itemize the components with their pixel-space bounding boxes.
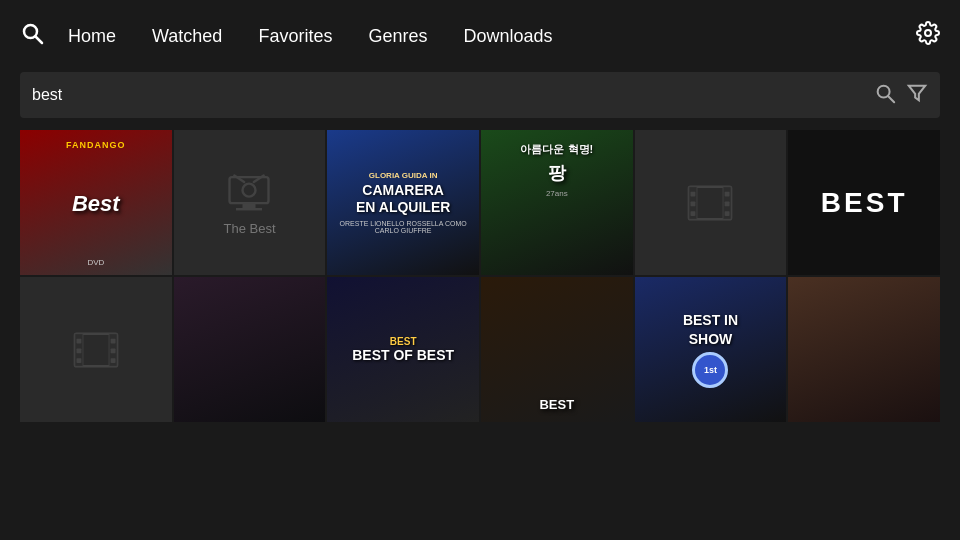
- grid-item-bestbest[interactable]: BEST BEST OF BEST: [327, 277, 479, 422]
- grid-item-film-placeholder[interactable]: [635, 130, 787, 275]
- svg-marker-5: [909, 86, 926, 101]
- grid-item-dark[interactable]: [174, 277, 326, 422]
- svg-rect-15: [691, 191, 696, 196]
- nav-genres[interactable]: Genres: [368, 26, 427, 47]
- grid-item-romance[interactable]: [788, 277, 940, 422]
- svg-rect-16: [691, 201, 696, 206]
- grid-item-fandango[interactable]: FANDANGO Best DVD: [20, 130, 172, 275]
- svg-line-4: [888, 96, 894, 102]
- navbar: Home Watched Favorites Genres Downloads: [0, 0, 960, 72]
- movie-grid: FANDANGO Best DVD The Best GLORIA GUIDA …: [20, 130, 940, 422]
- svg-rect-8: [236, 208, 262, 210]
- nav-links: Home Watched Favorites Genres Downloads: [68, 26, 916, 47]
- search-icon[interactable]: [20, 21, 44, 51]
- nav-favorites[interactable]: Favorites: [258, 26, 332, 47]
- svg-rect-25: [76, 348, 81, 353]
- svg-rect-19: [725, 201, 730, 206]
- svg-rect-18: [725, 191, 730, 196]
- svg-rect-6: [230, 177, 269, 203]
- svg-rect-17: [691, 211, 696, 216]
- grid-item-film-placeholder2[interactable]: [20, 277, 172, 422]
- svg-rect-28: [110, 348, 115, 353]
- filter-icon[interactable]: [906, 82, 928, 108]
- nav-downloads[interactable]: Downloads: [463, 26, 552, 47]
- svg-rect-7: [243, 203, 256, 208]
- search-bar-search-icon[interactable]: [874, 82, 896, 108]
- svg-rect-20: [725, 211, 730, 216]
- grid-item-best-card[interactable]: BEST: [788, 130, 940, 275]
- grid-item-smiling[interactable]: BEST: [481, 277, 633, 422]
- svg-point-9: [243, 184, 256, 197]
- nav-watched[interactable]: Watched: [152, 26, 222, 47]
- grid-item-korean[interactable]: 아름다운 혁명! 팡 27ans: [481, 130, 633, 275]
- svg-rect-26: [76, 358, 81, 363]
- grid-item-camarera[interactable]: GLORIA GUIDA IN CAMARERAEN ALQUILER ORES…: [327, 130, 479, 275]
- search-input[interactable]: [32, 86, 874, 104]
- thebest-label: The Best: [223, 221, 275, 236]
- search-bar: [20, 72, 940, 118]
- nav-home[interactable]: Home: [68, 26, 116, 47]
- grid-item-thebest[interactable]: The Best: [174, 130, 326, 275]
- svg-line-1: [36, 37, 43, 44]
- svg-rect-29: [110, 358, 115, 363]
- svg-point-2: [925, 30, 931, 36]
- best-card-text: BEST: [821, 187, 908, 219]
- svg-rect-24: [76, 338, 81, 343]
- svg-rect-27: [110, 338, 115, 343]
- grid-item-best-in-show[interactable]: BEST INSHOW 1st: [635, 277, 787, 422]
- settings-icon[interactable]: [916, 21, 940, 51]
